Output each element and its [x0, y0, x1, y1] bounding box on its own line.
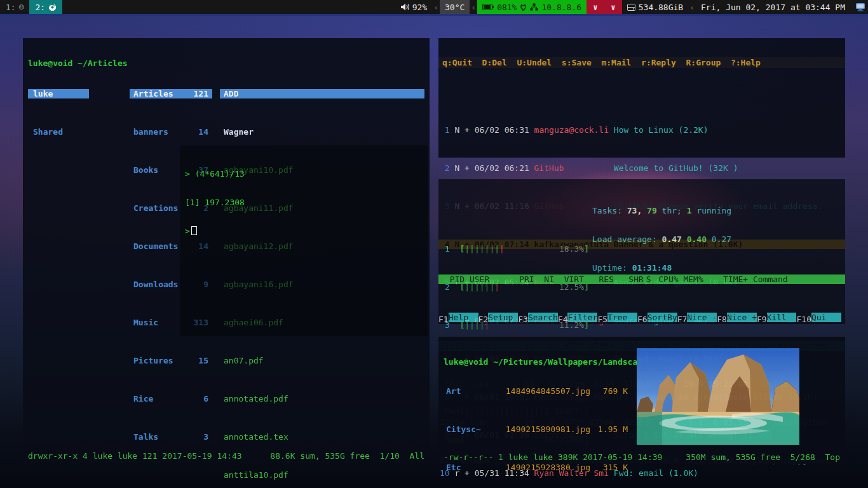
temperature-segment[interactable]: 30°C: [440, 0, 470, 14]
updates-segment-1[interactable]: ∨: [587, 0, 604, 14]
directory-item[interactable]: Pictures15: [130, 356, 212, 365]
file-item[interactable]: an07.pdf: [220, 356, 424, 365]
pics-status-line: -rw-r--r-- 1 luke luke 389K 2017-05-19 1…: [444, 452, 840, 462]
cpu-meter: 1[||||||||18.3%]: [445, 244, 589, 254]
volume-segment[interactable]: 92%: [395, 0, 432, 14]
directory-item[interactable]: Etc: [444, 463, 498, 472]
file-manager-wallpapers: luke@void ~/Pictures/Wallpapers/Landscap…: [438, 337, 845, 464]
separator-chevron: ‹: [432, 3, 440, 12]
terminal-cursor: [191, 226, 197, 235]
battery-value: 081%: [497, 3, 517, 12]
file-item[interactable]: ADD: [220, 89, 424, 98]
tray-monitor-icon: [855, 3, 865, 11]
temperature-value: 30°C: [445, 3, 465, 12]
plug-icon: [520, 3, 527, 11]
bar-border: [0, 14, 868, 16]
directory-item[interactable]: Rice6: [130, 394, 212, 403]
terminal-prompt-line[interactable]: >: [185, 226, 423, 236]
files-summary: 88.6K sum, 535G free 1/10 All: [270, 451, 424, 461]
status-bar: 1:☺ 2: 92% ‹ 30°C ‹ 081% 10.8.8.6 ∨ ∨ 53…: [0, 0, 868, 14]
disk-free-value: 534.88GiB: [639, 3, 683, 12]
function-key[interactable]: F8Nice +: [717, 313, 757, 322]
file-permissions: -rw-r--r-- 1 luke luke 389K 2017-05-19 1…: [444, 452, 662, 462]
clock-segment[interactable]: Fri, Jun 02, 2017 at 03:44 PM: [696, 0, 850, 14]
function-key-bar: F1Help F2Setup F3Search F4Filter F5Tree …: [438, 313, 845, 322]
workspace-1[interactable]: 1:☺: [0, 0, 29, 14]
directory-item[interactable]: Citysc~: [444, 424, 498, 434]
battery-icon: [482, 4, 494, 10]
volume-value: 92%: [412, 3, 427, 12]
mail-row[interactable]: 1N+06/0206:31manguza@cock.liHow to Linux…: [438, 125, 845, 135]
files-summary: 350M sum, 535G free 5/268 Top: [686, 452, 840, 462]
firefox-icon: [48, 3, 57, 11]
chevron-down-icon: ∨: [611, 3, 616, 12]
file-permissions: drwxr-xr-x 4 luke luke 121 2017-05-19 14…: [28, 451, 242, 461]
directory-item[interactable]: banners14: [130, 127, 212, 137]
mail-row[interactable]: 2N+06/0206:21GitHubWelcome to GitHub! (3…: [438, 163, 845, 173]
separator-chevron: ‹: [688, 3, 696, 12]
place-item[interactable]: Shared: [28, 127, 89, 137]
function-key[interactable]: F4Filter: [558, 313, 598, 322]
function-key[interactable]: F7Nice -: [677, 313, 717, 322]
function-key[interactable]: F6SortBy: [637, 313, 677, 322]
battery-network-segment[interactable]: 081% 10.8.8.6: [477, 0, 587, 14]
file-item[interactable]: annotated.pdf: [220, 394, 424, 403]
updates-segment-2[interactable]: ∨: [604, 0, 622, 14]
places-column: luke Shared: [28, 51, 89, 156]
pics-directories-column: Art Citysc~ Etc Future Landsc~ Phone Spa…: [444, 348, 498, 488]
files-status-line: drwxr-xr-x 4 luke luke 121 2017-05-19 14…: [28, 451, 424, 461]
neomutt-window: q:Quit D:Del U:Undel s:Save m:Mail r:Rep…: [438, 38, 845, 158]
image-file-row[interactable]: 1484964845507.jpg769 K: [503, 386, 630, 396]
datetime-value: Fri, Jun 02, 2017 at 03:44 PM: [701, 3, 845, 12]
function-key[interactable]: F1Help: [438, 313, 478, 322]
process-table-header[interactable]: PIDUSERPRINIVIRTRESSHRSCPU%MEM%TIME+Comm…: [438, 274, 845, 284]
place-item[interactable]: luke: [28, 89, 89, 98]
mail-help-bar: q:Quit D:Del U:Undel s:Save m:Mail r:Rep…: [438, 57, 845, 68]
disk-icon: [627, 4, 635, 11]
separator-chevron: ‹: [470, 3, 477, 12]
terminal-input-line: > (4*641)/13: [185, 169, 423, 179]
htop-window: 1[||||||||18.3%] 2[|||||||12.5%] 3[|||||…: [438, 179, 845, 324]
wallpaper-preview-image: [637, 348, 799, 445]
disk-segment[interactable]: 534.88GiB: [622, 0, 688, 14]
function-key[interactable]: F2Setup: [478, 313, 519, 322]
file-item[interactable]: anttila10.pdf: [220, 470, 424, 480]
chevron-down-icon: ∨: [593, 3, 598, 12]
image-file-row[interactable]: 1490215890981.jpg1.95 M: [503, 424, 630, 434]
file-item[interactable]: annotated.tex: [220, 432, 424, 442]
directory-item[interactable]: Art: [444, 386, 498, 396]
function-key[interactable]: F5Tree: [597, 313, 637, 322]
tray[interactable]: [850, 0, 868, 14]
function-key[interactable]: F9Kill: [757, 313, 797, 322]
function-key[interactable]: F10Qui: [796, 313, 841, 322]
file-item[interactable]: Wagner: [220, 127, 424, 137]
pics-files-column: 1484964845507.jpg769 K 1490215890981.jpg…: [503, 348, 630, 488]
directory-item[interactable]: Talks3: [130, 432, 212, 442]
image-file-row[interactable]: 1490215928380.jpg315 K: [503, 463, 630, 472]
workspace-1-label: 1:: [6, 3, 16, 12]
directory-item[interactable]: Articles121: [130, 89, 212, 98]
function-key[interactable]: F3Search: [518, 313, 558, 322]
floating-terminal[interactable]: > (4*641)/13 [1] 197.2308 >: [180, 146, 428, 336]
terminal-output-line: [1] 197.2308: [185, 198, 423, 207]
network-icon: [530, 3, 538, 11]
speaker-icon: [400, 3, 409, 11]
prompt-symbol: >: [185, 226, 190, 236]
smiley-icon: ☺: [19, 3, 24, 12]
ip-address: 10.8.8.6: [541, 3, 581, 12]
workspace-2-label: 2:: [35, 3, 45, 12]
workspace-2[interactable]: 2:: [29, 0, 62, 14]
